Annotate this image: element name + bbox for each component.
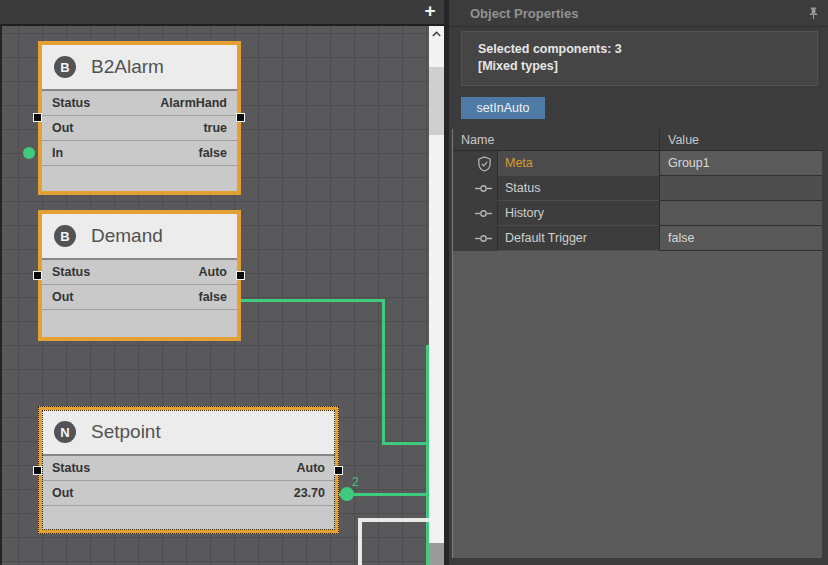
node-prop-row[interactable]: Out true xyxy=(42,116,237,141)
prop-label: Out xyxy=(52,290,74,304)
scrollbar-bottom-area[interactable] xyxy=(429,543,444,565)
node-empty-row xyxy=(42,506,335,530)
canvas-vertical-scrollbar[interactable] xyxy=(429,26,444,565)
slot-icon xyxy=(475,233,492,244)
prop-value: false xyxy=(199,146,228,160)
panel-title: Object Properties xyxy=(470,6,578,21)
pin-icon[interactable] xyxy=(808,7,819,20)
prop-value: false xyxy=(199,290,228,304)
wiresheet-pane: + 2 B B2Alarm Status AlarmHand Out true xyxy=(0,0,444,565)
add-tab-icon[interactable]: + xyxy=(421,1,439,21)
node-empty-row xyxy=(42,310,237,337)
row-icon-cell xyxy=(453,176,497,201)
prop-label: Status xyxy=(52,461,90,475)
node-setpoint[interactable]: N Setpoint Status Auto Out 23.70 xyxy=(38,406,339,534)
boolean-type-icon: B xyxy=(54,56,76,78)
node-demand[interactable]: B Demand Status Auto Out false xyxy=(38,210,241,341)
prop-label: In xyxy=(52,146,63,160)
slot-icon xyxy=(475,208,492,219)
connection-count-badge: 2 xyxy=(352,476,359,488)
property-value[interactable]: false xyxy=(659,226,822,251)
numeric-type-icon: N xyxy=(54,421,76,443)
shield-check-icon xyxy=(477,156,492,172)
node-title: Demand xyxy=(91,225,163,247)
node-prop-row[interactable]: Status Auto xyxy=(42,260,237,285)
object-properties-panel: Object Properties Selected components: 3… xyxy=(449,0,828,565)
node-empty-row xyxy=(42,166,237,191)
panel-title-bar: Object Properties xyxy=(449,0,828,27)
property-name: Meta xyxy=(497,151,659,176)
row-icon-cell xyxy=(453,226,497,251)
node-header: N Setpoint xyxy=(42,410,335,456)
wire-demand-out-h[interactable] xyxy=(237,299,384,302)
property-row-status[interactable]: Status xyxy=(453,176,822,201)
property-row-history[interactable]: History xyxy=(453,201,822,226)
column-header-value[interactable]: Value xyxy=(659,129,822,150)
property-name: History xyxy=(497,201,659,226)
node-title: B2Alarm xyxy=(91,56,164,78)
selection-handle[interactable] xyxy=(33,466,42,475)
prop-label: Out xyxy=(52,121,74,135)
node-prop-row[interactable]: Status AlarmHand xyxy=(42,91,237,116)
selection-handle[interactable] xyxy=(334,466,343,475)
row-icon-cell xyxy=(453,151,497,176)
node-header: B Demand xyxy=(42,214,237,260)
prop-value: true xyxy=(203,121,227,135)
node-b2alarm[interactable]: B B2Alarm Status AlarmHand Out true In f… xyxy=(38,41,241,195)
wire-demand-out-h2[interactable] xyxy=(382,442,429,445)
prop-value: Auto xyxy=(199,265,227,279)
property-value[interactable] xyxy=(659,201,822,226)
node-header: B B2Alarm xyxy=(42,45,237,91)
selection-summary-box: Selected components: 3 [Mixed types] xyxy=(461,31,818,86)
scroll-up-icon[interactable] xyxy=(429,26,444,42)
selection-handle[interactable] xyxy=(236,271,245,280)
selection-handle[interactable] xyxy=(33,113,42,122)
selection-summary-line2: [Mixed types] xyxy=(478,58,817,75)
prop-value: 23.70 xyxy=(294,486,325,500)
prop-value: AlarmHand xyxy=(160,96,227,110)
selection-summary-line1: Selected components: 3 xyxy=(478,41,817,58)
selection-handle[interactable] xyxy=(236,113,245,122)
property-value[interactable] xyxy=(659,176,822,201)
property-table: Name Value Meta Group1 Status xyxy=(452,129,822,558)
prop-label: Status xyxy=(52,96,90,110)
property-value[interactable]: Group1 xyxy=(659,151,822,176)
selection-handle[interactable] xyxy=(33,271,42,280)
connection-point-in[interactable] xyxy=(23,147,35,159)
setinauto-button[interactable]: setInAuto xyxy=(461,97,545,119)
canvas-left-border xyxy=(0,26,2,565)
property-name: Default Trigger xyxy=(497,226,659,251)
prop-label: Out xyxy=(52,486,74,500)
property-row-default-trigger[interactable]: Default Trigger false xyxy=(453,226,822,251)
scrollbar-thumb[interactable] xyxy=(429,67,444,135)
boolean-type-icon: B xyxy=(54,225,76,247)
prop-label: Status xyxy=(52,265,90,279)
node-prop-row[interactable]: Out false xyxy=(42,285,237,310)
wiresheet-canvas[interactable]: 2 B B2Alarm Status AlarmHand Out true In… xyxy=(0,26,429,565)
node-prop-row[interactable]: In false xyxy=(42,141,237,166)
node-prop-row[interactable]: Status Auto xyxy=(42,456,335,481)
row-icon-cell xyxy=(453,201,497,226)
property-name: Status xyxy=(497,176,659,201)
node-title: Setpoint xyxy=(91,421,161,443)
column-header-name[interactable]: Name xyxy=(453,129,659,150)
wire-demand-out-v[interactable] xyxy=(382,299,385,444)
node-prop-row[interactable]: Out 23.70 xyxy=(42,481,335,506)
property-table-header[interactable]: Name Value xyxy=(453,129,822,151)
prop-value: Auto xyxy=(297,461,325,475)
partial-node[interactable] xyxy=(358,518,429,565)
property-row-meta[interactable]: Meta Group1 xyxy=(453,151,822,176)
canvas-tab-bar: + xyxy=(0,0,444,26)
slot-icon xyxy=(475,183,492,194)
connection-point-setpoint-out[interactable] xyxy=(340,487,354,501)
